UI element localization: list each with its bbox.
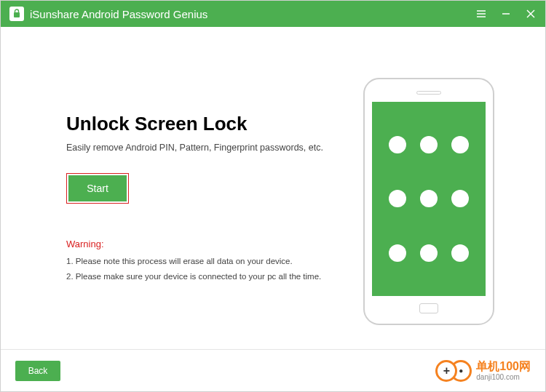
watermark-plus-icon: + bbox=[435, 360, 457, 382]
right-column bbox=[349, 63, 509, 340]
left-column: Unlock Screen Lock Easily remove Android… bbox=[66, 63, 349, 340]
pattern-dot bbox=[389, 244, 406, 262]
phone-screen bbox=[372, 102, 486, 296]
menu-icon[interactable] bbox=[475, 8, 487, 20]
svg-rect-0 bbox=[14, 12, 20, 17]
warning-line-1: 1. Please note this process will erase a… bbox=[66, 254, 349, 269]
phone-illustration bbox=[363, 78, 494, 325]
pattern-dot bbox=[420, 136, 438, 153]
pattern-dot bbox=[451, 136, 469, 153]
pattern-dot bbox=[389, 136, 406, 153]
footer: Back + ● 单机100网 danji100.com bbox=[1, 349, 545, 391]
watermark-text: 单机100网 danji100.com bbox=[476, 360, 531, 381]
page-heading: Unlock Screen Lock bbox=[66, 113, 349, 135]
start-button[interactable]: Start bbox=[68, 175, 127, 201]
pattern-dot bbox=[420, 190, 438, 207]
app-title: iSunshare Android Password Genius bbox=[30, 8, 475, 20]
phone-speaker-icon bbox=[416, 91, 441, 95]
main-content: Unlock Screen Lock Easily remove Android… bbox=[1, 27, 545, 340]
minimize-icon[interactable] bbox=[500, 8, 512, 20]
pattern-dot bbox=[420, 244, 438, 262]
watermark: + ● 单机100网 danji100.com bbox=[435, 360, 531, 382]
close-icon[interactable] bbox=[525, 8, 537, 20]
titlebar: iSunshare Android Password Genius bbox=[1, 1, 545, 27]
start-button-highlight: Start bbox=[66, 173, 129, 204]
page-subtext: Easily remove Android PIN, Pattern, Fing… bbox=[66, 143, 349, 153]
watermark-cn: 单机100网 bbox=[476, 360, 531, 373]
warning-title: Warning: bbox=[66, 239, 349, 249]
warning-line-2: 2. Please make sure your device is conne… bbox=[66, 269, 349, 284]
back-button[interactable]: Back bbox=[15, 361, 60, 381]
phone-home-button-icon bbox=[419, 303, 438, 313]
window-controls bbox=[475, 8, 537, 20]
app-logo-icon bbox=[9, 7, 24, 21]
warning-block: Warning: 1. Please note this process wil… bbox=[66, 239, 349, 284]
pattern-dot bbox=[389, 190, 406, 207]
watermark-logo-icon: + ● bbox=[435, 360, 472, 382]
pattern-dot bbox=[451, 244, 469, 262]
pattern-dot bbox=[451, 190, 469, 207]
watermark-en: danji100.com bbox=[476, 373, 531, 381]
